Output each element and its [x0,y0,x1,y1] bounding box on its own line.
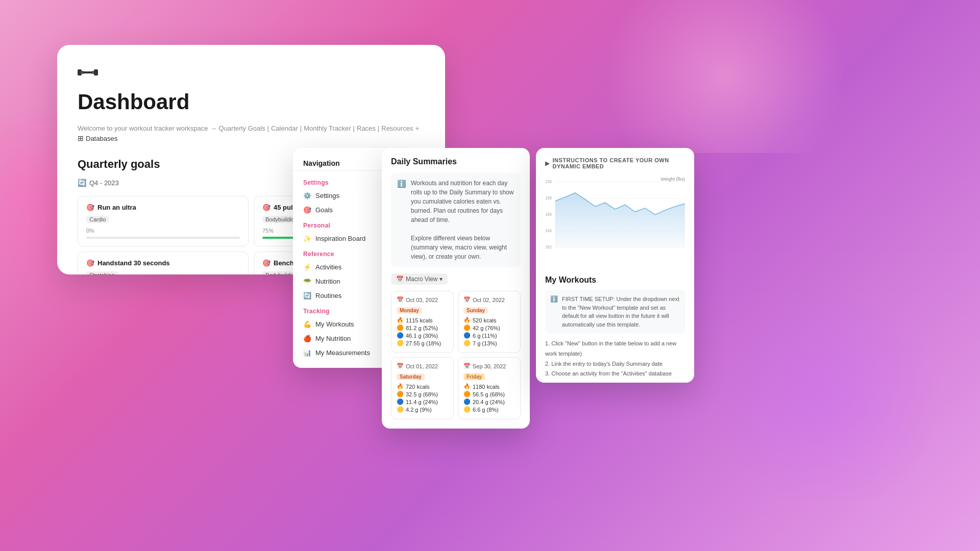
setup-step-1: 1. Click "New" button in the table below… [545,339,685,359]
day-badge-saturday: Saturday [397,373,425,380]
macro3-oct02: 🟡 7 g (13%) [463,340,515,346]
summary-grid: 📅 Oct 03, 2022 Monday 🔥 1115 kcals 🟠 81.… [391,291,521,419]
daily-info-text: Workouts and nutrition for each day roll… [411,179,514,261]
daily-summaries-title: Daily Summaries [391,157,521,166]
summary-date-oct02: 📅 Oct 02, 2022 [463,296,515,303]
nav-item-settings[interactable]: ⚙️ Settings [293,188,395,203]
nav-category-personal: Personal [293,217,395,231]
svg-text:182: 182 [545,245,552,249]
summary-date-sep30: 📅 Sep 30, 2022 [463,363,515,369]
bg-glow-right [699,296,954,500]
macro1-oct02: 🟠 42 g (76%) [463,324,515,331]
goals-icon: 🎯 [303,206,311,214]
macro2-oct03: 🔵 46.1 g (30%) [397,332,448,339]
svg-text:188: 188 [545,196,552,201]
goal-card-1[interactable]: 🎯 Run an ultra Cardio 0% [78,196,249,246]
kcal-row-sep30: 🔥 1180 kcals [463,383,515,390]
macro2-oct01: 🔵 11.4 g (24%) [397,398,448,405]
goal-tag-3: Stretching [86,271,118,274]
daily-info-box: ℹ️ Workouts and nutrition for each day r… [391,172,521,267]
quarter-label: Q4 - 2023 [89,179,119,187]
weight-chart-container: Weight (lbs) 190 188 186 184 182 [545,177,685,268]
summary-card-oct02[interactable]: 📅 Oct 02, 2022 Sunday 🔥 520 kcals 🟠 42 g… [458,291,521,353]
setup-step-2: 2. Link the entry to today's Daily Summa… [545,359,685,369]
play-icon: ▶ [545,160,550,167]
svg-rect-2 [83,71,93,73]
macro2-sep30: 🔵 20.4 g (24%) [463,398,515,405]
macro1-oct01: 🟠 32.5 g (68%) [397,391,448,397]
nav-category-settings: Settings [293,174,395,188]
navigation-panel: Navigation Settings ⚙️ Settings 🎯 Goals … [293,148,395,368]
setup-info-box: ℹ️ FIRST TIME SETUP: Under the dropdown … [545,290,685,334]
day-badge-friday: Friday [463,373,485,380]
day-badge-sunday: Sunday [463,307,488,314]
my-workouts-icon: 💪 [303,320,311,328]
svg-text:190: 190 [545,180,552,184]
svg-text:184: 184 [545,229,552,233]
goal-progress-label-1: 0% [86,228,240,234]
macro3-oct01: 🟡 4.2 g (9%) [397,406,448,413]
chevron-down-icon: ▾ [439,276,443,283]
day-badge-monday: Monday [397,307,422,314]
summary-card-oct03[interactable]: 📅 Oct 03, 2022 Monday 🔥 1115 kcals 🟠 81.… [391,291,454,353]
breadcrumb-arrow: → [210,124,217,132]
summary-card-sep30[interactable]: 📅 Sep 30, 2022 Friday 🔥 1180 kcals 🟠 56.… [458,357,521,419]
nav-item-routines[interactable]: 🔄 Routines [293,288,395,303]
activities-icon: ⚡ [303,263,311,271]
macro1-sep30: 🟠 56.5 g (68%) [463,391,515,397]
my-workouts-title: My Workouts [545,276,685,285]
setup-text: FIRST TIME SETUP: Under the dropdown nex… [562,295,680,329]
nav-category-tracking: Tracking [293,303,395,317]
nav-item-my-nutrition[interactable]: 🍎 My Nutrition [293,331,395,345]
kcal-row-oct02: 🔥 520 kcals [463,317,515,323]
kcal-row-oct01: 🔥 720 kcals [397,383,448,390]
macro3-oct03: 🟡 27.55 g (18%) [397,340,448,346]
nav-item-nutrition[interactable]: 🥗 Nutrition [293,274,395,288]
nav-item-my-workouts[interactable]: 💪 My Workouts [293,317,395,331]
breadcrumb-monthly[interactable]: Monthly Tracker [304,124,351,132]
goal-progress-bg-1 [86,237,240,239]
bg-glow-top [572,0,878,153]
summary-card-oct01[interactable]: 📅 Oct 01, 2022 Saturday 🔥 720 kcals 🟠 32… [391,357,454,419]
info-circle-icon: ℹ️ [550,295,558,329]
macro3-sep30: 🟡 6.6 g (8%) [463,406,515,413]
breadcrumb: Welcome to your workout tracker workspac… [78,124,425,142]
summary-date-oct01: 📅 Oct 01, 2022 [397,363,448,369]
instructions-header[interactable]: ▶ INSTRUCTIONS TO CREATE YOUR OWN DYNAMI… [545,157,685,169]
macro-view-button[interactable]: 📅 Macro View ▾ [391,273,448,285]
breadcrumb-races[interactable]: Races [357,124,376,132]
nutrition-icon: 🥗 [303,277,311,285]
macro1-oct03: 🟠 81.2 g (52%) [397,324,448,331]
goal-name-1: 🎯 Run an ultra [86,204,240,211]
kcal-row-oct03: 🔥 1115 kcals [397,317,448,323]
calendar-icon: 📅 [396,276,404,283]
svg-text:186: 186 [545,212,552,217]
inspiration-icon: ✨ [303,234,311,242]
setup-steps: 1. Click "New" button in the table below… [545,339,685,379]
nav-item-my-measurements[interactable]: 📊 My Measurements [293,345,395,360]
my-nutrition-icon: 🍎 [303,334,311,342]
daily-summaries-panel: Daily Summaries ℹ️ Workouts and nutritio… [382,148,530,429]
breadcrumb-calendar[interactable]: Calendar [271,124,298,132]
weight-chart: 190 188 186 184 182 [545,177,685,258]
macro2-oct02: 🔵 6 g (11%) [463,332,515,339]
breadcrumb-resources[interactable]: Resources [381,124,413,132]
nav-item-goals[interactable]: 🎯 Goals [293,203,395,217]
goal-name-3: 🎯 Handstand 30 seconds [86,259,240,267]
goal-card-3[interactable]: 🎯 Handstand 30 seconds Stretching 83.3% [78,252,249,274]
routines-icon: 🔄 [303,291,311,299]
page-title: Dashboard [78,90,425,114]
nav-item-activities[interactable]: ⚡ Activities [293,260,395,274]
nav-category-reference: Reference [293,245,395,260]
goal-tag-1: Cardio [86,216,109,223]
nav-item-inspiration[interactable]: ✨ Inspiration Board [293,231,395,245]
breadcrumb-quarterly[interactable]: Quarterly Goals [219,124,265,132]
info-icon: ℹ️ [397,180,406,261]
chart-label: Weight (lbs) [660,177,685,182]
nav-header: Navigation [293,156,395,171]
setup-step-3: 3. Choose an activity from the "Activiti… [545,369,685,379]
breadcrumb-databases[interactable]: ⊞ Databases [78,134,117,142]
summary-date-oct03: 📅 Oct 03, 2022 [397,296,448,303]
settings-icon: ⚙️ [303,191,311,199]
breadcrumb-welcome: Welcome to your workout tracker workspac… [78,124,208,132]
